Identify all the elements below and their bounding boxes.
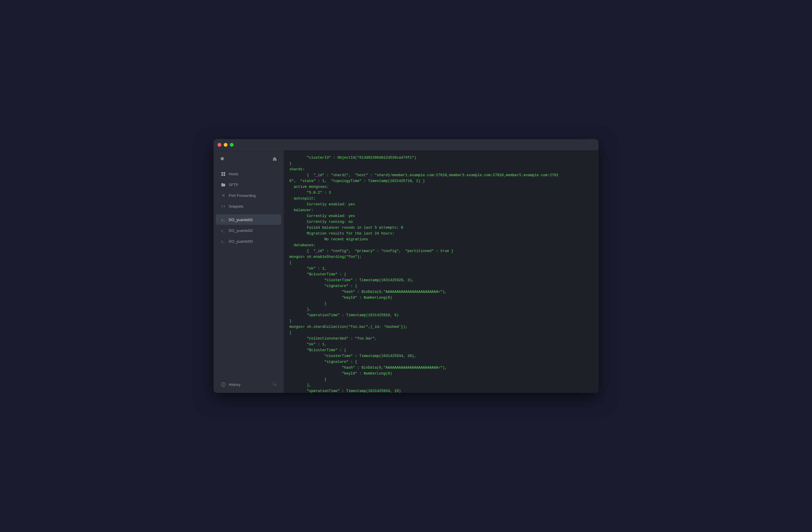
terminal-line: Migration results for the last 24 hours: bbox=[289, 231, 593, 236]
terminal-line: { "_id" : "shard1", "host" : "shard1/mem… bbox=[289, 172, 593, 178]
sidebar: Hosts SFTP Port bbox=[214, 150, 284, 393]
terminal-line: Currently enabled: yes bbox=[289, 213, 593, 219]
terminal-line: "collectionsharded" : "foo.bar", bbox=[289, 336, 593, 342]
sidebar-item-DO-yuantst02[interactable]: ›_ DO_yuantst02 bbox=[216, 225, 281, 236]
terminal-line: "hash" : BinData(0,"AAAAAAAAAAAAAAAAAAAA… bbox=[289, 365, 593, 371]
history-icon bbox=[220, 382, 226, 387]
terminal-line: }, bbox=[289, 306, 593, 312]
sidebar-item-port-forwarding[interactable]: Port Forwarding bbox=[216, 190, 281, 201]
terminal-line: "keyId" : NumberLong(0) bbox=[289, 295, 593, 301]
terminal-line: "operationTime" : Timestamp(1631425918, … bbox=[289, 312, 593, 318]
hosts-icon bbox=[220, 171, 226, 176]
terminal-line: mongos> sh.shardCollection("foo.bar",{_i… bbox=[289, 324, 593, 330]
terminal-line: Failed balancer rounds in last 5 attempt… bbox=[289, 225, 593, 231]
minimize-button[interactable] bbox=[224, 143, 228, 147]
terminal-icon-2: ›_ bbox=[220, 228, 226, 233]
terminal-line: "signature" : { bbox=[289, 283, 593, 289]
terminal-line: balancer: bbox=[289, 207, 593, 213]
terminal-line: 0", "state" : 1, "topologyTime" : Timest… bbox=[289, 178, 593, 184]
terminal-line: { bbox=[289, 330, 593, 336]
terminal-line: } bbox=[289, 318, 593, 324]
sidebar-item-snippets[interactable]: Snippets bbox=[216, 201, 281, 212]
history-search-icon[interactable] bbox=[273, 382, 276, 387]
home-icon[interactable] bbox=[271, 155, 279, 163]
main-content: Hosts SFTP Port bbox=[214, 150, 598, 393]
DO-yuantst03-label: DO_yuantst03 bbox=[229, 239, 276, 244]
terminal-line: }, bbox=[289, 383, 593, 388]
terminal-icon-1: ›_ bbox=[220, 217, 226, 222]
terminal-line: "operationTime" : Timestamp(1631425934, … bbox=[289, 388, 593, 393]
terminal-line: } bbox=[289, 376, 593, 383]
svg-rect-2 bbox=[221, 174, 223, 176]
sidebar-bottom: History bbox=[214, 379, 284, 390]
DO-yuantst02-label: DO_yuantst02 bbox=[229, 228, 276, 233]
port-forwarding-icon bbox=[220, 193, 226, 198]
terminal-line: "$clusterTime" : { bbox=[289, 347, 593, 353]
DO-yuantst01-label: DO_yuantst01 bbox=[229, 218, 276, 222]
sidebar-nav: Hosts SFTP Port bbox=[214, 168, 284, 212]
sidebar-top-icons bbox=[214, 153, 284, 167]
terminal-line: "5.0.2" : 3 bbox=[289, 190, 593, 196]
terminal-line: "hash" : BinData(0,"AAAAAAAAAAAAAAAAAAAA… bbox=[289, 289, 593, 295]
maximize-button[interactable] bbox=[230, 143, 234, 147]
terminal-line: { bbox=[289, 260, 593, 266]
terminal-line: Currently enabled: yes bbox=[289, 202, 593, 207]
terminal-line: { "_id" : "config", "primary" : "config"… bbox=[289, 248, 593, 254]
terminal-line: mongos> sh.enableSharding("foo"); bbox=[289, 254, 593, 260]
sidebar-connections: ›_ DO_yuantst01 ›_ DO_yuantst02 ›_ DO_yu… bbox=[214, 214, 284, 247]
svg-rect-1 bbox=[223, 172, 225, 174]
terminal-line: } bbox=[289, 301, 593, 306]
terminal-line: "keyId" : NumberLong(0) bbox=[289, 371, 593, 376]
terminal-line: "ok" : 1, bbox=[289, 342, 593, 347]
sidebar-item-DO-yuantst03[interactable]: ›_ DO_yuantst03 bbox=[216, 236, 281, 246]
port-forwarding-label: Port Forwarding bbox=[229, 193, 276, 198]
app-window: Hosts SFTP Port bbox=[214, 139, 598, 393]
svg-rect-3 bbox=[223, 174, 225, 176]
close-button[interactable] bbox=[218, 143, 221, 147]
terminal-line: autosplit: bbox=[289, 196, 593, 202]
terminal-line: Currently running: no bbox=[289, 219, 593, 225]
snippets-label: Snippets bbox=[229, 204, 276, 209]
svg-rect-0 bbox=[221, 172, 223, 174]
snippets-icon bbox=[220, 204, 226, 209]
terminal-line: "ok" : 1, bbox=[289, 266, 593, 272]
hosts-label: Hosts bbox=[229, 172, 276, 176]
sidebar-item-sftp[interactable]: SFTP bbox=[216, 179, 281, 190]
history-label: History bbox=[229, 383, 270, 387]
terminal-line: "clusterId" : ObjectId("613d92396d812d53… bbox=[289, 155, 593, 161]
sftp-label: SFTP bbox=[229, 183, 276, 187]
terminal-line: "clusterTime" : Timestamp(1631425920, 3)… bbox=[289, 277, 593, 283]
sftp-icon bbox=[220, 182, 226, 187]
terminal-line: databases: bbox=[289, 242, 593, 248]
terminal-icon-3: ›_ bbox=[220, 239, 226, 244]
titlebar bbox=[214, 139, 598, 150]
sidebar-item-hosts[interactable]: Hosts bbox=[216, 169, 281, 179]
sidebar-item-DO-yuantst01[interactable]: ›_ DO_yuantst01 bbox=[216, 214, 281, 225]
terminal-line: shards: bbox=[289, 167, 593, 172]
terminal-line: active mongoses: bbox=[289, 184, 593, 190]
sidebar-item-history[interactable]: History bbox=[216, 379, 281, 390]
terminal-line: } bbox=[289, 161, 593, 167]
terminal-area[interactable]: "clusterId" : ObjectId("613d92396d812d53… bbox=[284, 150, 598, 393]
terminal-line: "signature" : { bbox=[289, 359, 593, 365]
terminal-line: "clusterTime" : Timestamp(1631425934, 20… bbox=[289, 353, 593, 359]
settings-icon[interactable] bbox=[218, 155, 226, 163]
terminal-line: No recent migrations bbox=[289, 236, 593, 242]
terminal-line: "$clusterTime" : { bbox=[289, 272, 593, 277]
